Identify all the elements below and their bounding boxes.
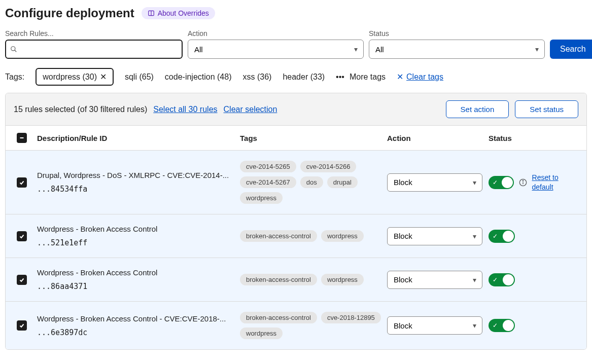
tag-pill[interactable]: wordpress <box>240 192 283 204</box>
tag-pill[interactable]: broken-access-control <box>240 274 317 285</box>
check-icon <box>19 233 25 239</box>
row-checkbox[interactable] <box>17 275 27 285</box>
tag-pill[interactable]: wordpress <box>321 274 364 285</box>
rule-id: ...6e3897dc <box>37 328 234 337</box>
tag-pill[interactable]: cve-2014-5265 <box>240 161 296 172</box>
table-row: Wordpress - Broken Access Control...521e… <box>6 214 586 258</box>
check-icon: ✓ <box>493 233 498 240</box>
info-icon[interactable] <box>519 178 527 187</box>
close-icon[interactable]: ✕ <box>100 72 107 82</box>
table-row: Wordpress - Broken Access Control - CVE:… <box>6 301 586 349</box>
selection-summary: 15 rules selected (of 30 filtered rules) <box>14 105 147 114</box>
about-overrides-link[interactable]: About Overrides <box>142 7 215 19</box>
row-checkbox[interactable] <box>17 177 27 188</box>
col-action: Action <box>384 134 485 142</box>
row-action-select[interactable]: Block <box>387 316 482 335</box>
status-filter-label: Status <box>369 29 545 38</box>
tag-pill[interactable]: broken-access-control <box>240 312 317 323</box>
page-title: Configure deployment <box>5 6 134 20</box>
status-toggle[interactable]: ✓ <box>489 319 515 332</box>
search-button[interactable]: Search <box>550 40 592 59</box>
tag-pill[interactable]: wordpress <box>240 327 283 339</box>
tags-label: Tags: <box>5 72 24 82</box>
rule-id: ...521e1eff <box>37 238 234 247</box>
tag-pill[interactable]: wordpress <box>321 230 364 242</box>
col-tags: Tags <box>237 134 384 142</box>
table-row: Drupal, Wordpress - DoS - XMLRPC - CVE:C… <box>6 150 586 214</box>
about-overrides-label: About Overrides <box>158 9 209 17</box>
book-icon <box>148 10 155 17</box>
reset-to-default-link[interactable]: Reset to default <box>532 173 579 191</box>
indeterminate-icon <box>19 135 25 141</box>
tag-option[interactable]: sqli (65) <box>125 72 154 82</box>
tag-option[interactable]: code-injection (48) <box>165 72 232 82</box>
tag-pill[interactable]: cve-2014-5267 <box>240 176 296 188</box>
search-input[interactable] <box>5 40 183 59</box>
check-icon <box>19 322 25 329</box>
check-icon: ✓ <box>493 322 498 329</box>
check-icon <box>19 277 25 283</box>
clear-tags-label: Clear tags <box>406 72 443 82</box>
active-tag-chip[interactable]: wordpress (30) ✕ <box>36 68 114 86</box>
more-tags[interactable]: ••• More tags <box>336 72 386 82</box>
col-status: Status <box>485 134 582 142</box>
rule-title: Drupal, Wordpress - DoS - XMLRPC - CVE:C… <box>37 171 234 179</box>
row-checkbox[interactable] <box>17 231 27 241</box>
clear-selection-link[interactable]: Clear selection <box>224 105 277 114</box>
tag-pill[interactable]: broken-access-control <box>240 230 317 242</box>
tag-option[interactable]: header (33) <box>283 72 325 82</box>
tag-option[interactable]: xss (36) <box>242 72 271 82</box>
table-row: Wordpress - Broken Access Control...86aa… <box>6 258 586 301</box>
col-description: Description/Rule ID <box>34 134 237 142</box>
action-filter-label: Action <box>188 29 364 38</box>
more-tags-label: More tags <box>350 72 386 82</box>
set-status-button[interactable]: Set status <box>515 100 578 118</box>
search-label: Search Rules... <box>5 29 183 38</box>
row-checkbox[interactable] <box>17 320 27 331</box>
check-icon: ✓ <box>493 179 498 186</box>
select-all-link[interactable]: Select all 30 rules <box>153 105 217 114</box>
set-action-button[interactable]: Set action <box>446 100 509 118</box>
tag-pill[interactable]: cve-2014-5266 <box>300 161 357 172</box>
svg-point-2 <box>11 47 15 51</box>
rule-title: Wordpress - Broken Access Control <box>37 268 234 277</box>
search-icon <box>10 46 17 53</box>
tag-pill[interactable]: dos <box>300 176 323 188</box>
status-toggle[interactable]: ✓ <box>489 230 515 243</box>
rule-id: ...84534ffa <box>37 185 234 194</box>
svg-line-3 <box>15 50 17 52</box>
action-filter-select[interactable]: All <box>188 40 364 59</box>
active-tag-label: wordpress (30) <box>43 72 97 82</box>
row-action-select[interactable]: Block <box>387 227 482 245</box>
rule-title: Wordpress - Broken Access Control - CVE:… <box>37 314 234 323</box>
check-icon: ✓ <box>493 276 498 283</box>
status-toggle[interactable]: ✓ <box>489 273 515 286</box>
tag-pill[interactable]: drupal <box>327 176 358 188</box>
rule-title: Wordpress - Broken Access Control <box>37 225 234 233</box>
row-action-select[interactable]: Block <box>387 271 482 289</box>
ellipsis-icon: ••• <box>336 72 344 82</box>
svg-point-7 <box>523 180 523 181</box>
close-icon: ✕ <box>397 72 403 82</box>
status-toggle[interactable]: ✓ <box>489 176 514 189</box>
select-all-checkbox[interactable] <box>17 133 27 143</box>
check-icon <box>19 179 25 186</box>
status-filter-select[interactable]: All <box>369 40 545 59</box>
clear-tags[interactable]: ✕ Clear tags <box>397 72 443 82</box>
row-action-select[interactable]: Block <box>387 173 482 192</box>
rule-id: ...86aa4371 <box>37 282 234 291</box>
tag-pill[interactable]: cve-2018-12895 <box>321 312 381 323</box>
